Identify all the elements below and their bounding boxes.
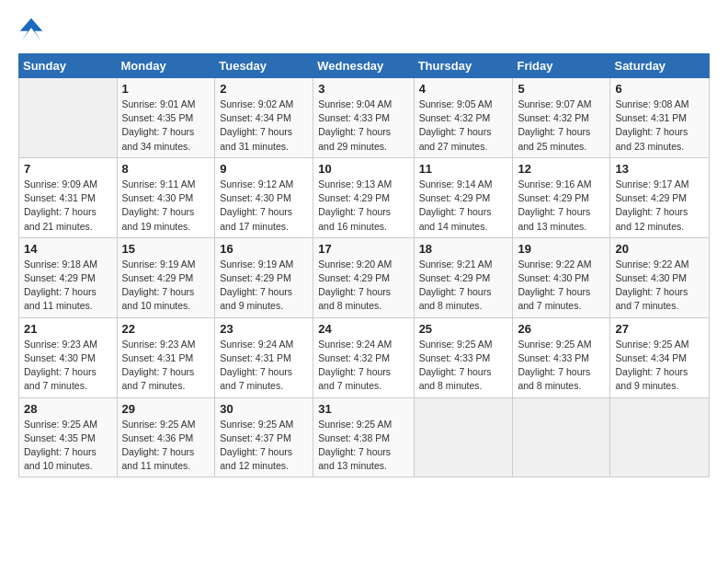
day-info: Sunrise: 9:22 AMSunset: 4:30 PMDaylight:…: [615, 258, 704, 314]
calendar-cell: 13Sunrise: 9:17 AMSunset: 4:29 PMDayligh…: [610, 157, 710, 237]
day-info: Sunrise: 9:18 AMSunset: 4:29 PMDaylight:…: [24, 258, 112, 314]
calendar-cell: 21Sunrise: 9:23 AMSunset: 4:30 PMDayligh…: [19, 317, 118, 397]
day-info: Sunrise: 9:08 AMSunset: 4:31 PMDaylight:…: [615, 98, 704, 154]
calendar-cell: 18Sunrise: 9:21 AMSunset: 4:29 PMDayligh…: [414, 237, 513, 317]
calendar-table: SundayMondayTuesdayWednesdayThursdayFrid…: [18, 53, 710, 477]
logo: [18, 17, 48, 42]
day-info: Sunrise: 9:04 AMSunset: 4:33 PMDaylight:…: [318, 98, 408, 154]
calendar-cell: 30Sunrise: 9:25 AMSunset: 4:37 PMDayligh…: [215, 397, 313, 477]
calendar-cell: [414, 397, 513, 477]
svg-marker-0: [20, 18, 43, 41]
weekday-header: Tuesday: [215, 54, 313, 78]
calendar-week-row: 14Sunrise: 9:18 AMSunset: 4:29 PMDayligh…: [19, 237, 710, 317]
day-number: 6: [615, 82, 704, 96]
calendar-cell: 15Sunrise: 9:19 AMSunset: 4:29 PMDayligh…: [117, 237, 215, 317]
day-info: Sunrise: 9:24 AMSunset: 4:32 PMDaylight:…: [318, 338, 408, 394]
day-info: Sunrise: 9:09 AMSunset: 4:31 PMDaylight:…: [24, 178, 112, 234]
calendar-week-row: 1Sunrise: 9:01 AMSunset: 4:35 PMDaylight…: [19, 78, 710, 158]
day-number: 22: [122, 322, 210, 336]
day-number: 31: [318, 402, 408, 416]
day-number: 14: [24, 242, 112, 256]
day-info: Sunrise: 9:16 AMSunset: 4:29 PMDaylight:…: [518, 178, 605, 234]
weekday-header: Monday: [117, 54, 215, 78]
calendar-cell: 29Sunrise: 9:25 AMSunset: 4:36 PMDayligh…: [117, 397, 215, 477]
day-info: Sunrise: 9:23 AMSunset: 4:30 PMDaylight:…: [24, 338, 112, 394]
day-number: 12: [518, 162, 605, 176]
calendar-cell: 26Sunrise: 9:25 AMSunset: 4:33 PMDayligh…: [513, 317, 610, 397]
calendar-cell: 17Sunrise: 9:20 AMSunset: 4:29 PMDayligh…: [313, 237, 414, 317]
day-info: Sunrise: 9:01 AMSunset: 4:35 PMDaylight:…: [122, 98, 210, 154]
day-info: Sunrise: 9:20 AMSunset: 4:29 PMDaylight:…: [318, 258, 408, 314]
day-number: 21: [24, 322, 112, 336]
day-number: 27: [615, 322, 704, 336]
day-info: Sunrise: 9:22 AMSunset: 4:30 PMDaylight:…: [518, 258, 605, 314]
calendar-cell: 11Sunrise: 9:14 AMSunset: 4:29 PMDayligh…: [414, 157, 513, 237]
day-number: 4: [419, 82, 508, 96]
calendar-week-row: 7Sunrise: 9:09 AMSunset: 4:31 PMDaylight…: [19, 157, 710, 237]
calendar-cell: 31Sunrise: 9:25 AMSunset: 4:38 PMDayligh…: [313, 397, 414, 477]
day-info: Sunrise: 9:25 AMSunset: 4:37 PMDaylight:…: [220, 418, 308, 474]
day-number: 17: [318, 242, 408, 256]
day-number: 3: [318, 82, 408, 96]
calendar-cell: 1Sunrise: 9:01 AMSunset: 4:35 PMDaylight…: [117, 78, 215, 158]
day-number: 30: [220, 402, 308, 416]
calendar-cell: [19, 78, 118, 158]
logo-icon: [18, 17, 44, 42]
calendar-cell: 20Sunrise: 9:22 AMSunset: 4:30 PMDayligh…: [610, 237, 710, 317]
weekday-header: Wednesday: [313, 54, 414, 78]
calendar-cell: [513, 397, 610, 477]
weekday-header: Saturday: [610, 54, 710, 78]
calendar-cell: 16Sunrise: 9:19 AMSunset: 4:29 PMDayligh…: [215, 237, 313, 317]
weekday-header: Sunday: [19, 54, 118, 78]
day-info: Sunrise: 9:25 AMSunset: 4:33 PMDaylight:…: [419, 338, 508, 394]
calendar-cell: 7Sunrise: 9:09 AMSunset: 4:31 PMDaylight…: [19, 157, 118, 237]
page: SundayMondayTuesdayWednesdayThursdayFrid…: [0, 0, 728, 563]
weekday-header: Friday: [513, 54, 610, 78]
header: [18, 17, 710, 42]
calendar-cell: 22Sunrise: 9:23 AMSunset: 4:31 PMDayligh…: [117, 317, 215, 397]
day-info: Sunrise: 9:12 AMSunset: 4:30 PMDaylight:…: [220, 178, 308, 234]
day-info: Sunrise: 9:11 AMSunset: 4:30 PMDaylight:…: [122, 178, 210, 234]
calendar-cell: 2Sunrise: 9:02 AMSunset: 4:34 PMDaylight…: [215, 78, 313, 158]
weekday-header: Thursday: [414, 54, 513, 78]
day-number: 9: [220, 162, 308, 176]
day-number: 26: [518, 322, 605, 336]
day-number: 8: [122, 162, 210, 176]
calendar-cell: 24Sunrise: 9:24 AMSunset: 4:32 PMDayligh…: [313, 317, 414, 397]
calendar-cell: 3Sunrise: 9:04 AMSunset: 4:33 PMDaylight…: [313, 78, 414, 158]
day-number: 23: [220, 322, 308, 336]
day-info: Sunrise: 9:25 AMSunset: 4:34 PMDaylight:…: [615, 338, 704, 394]
calendar-cell: 6Sunrise: 9:08 AMSunset: 4:31 PMDaylight…: [610, 78, 710, 158]
day-number: 5: [518, 82, 605, 96]
calendar-cell: 27Sunrise: 9:25 AMSunset: 4:34 PMDayligh…: [610, 317, 710, 397]
day-info: Sunrise: 9:25 AMSunset: 4:33 PMDaylight:…: [518, 338, 605, 394]
day-number: 13: [615, 162, 704, 176]
day-number: 29: [122, 402, 210, 416]
day-number: 15: [122, 242, 210, 256]
day-info: Sunrise: 9:05 AMSunset: 4:32 PMDaylight:…: [419, 98, 508, 154]
calendar-week-row: 28Sunrise: 9:25 AMSunset: 4:35 PMDayligh…: [19, 397, 710, 477]
day-number: 28: [24, 402, 112, 416]
calendar-cell: [610, 397, 710, 477]
day-info: Sunrise: 9:19 AMSunset: 4:29 PMDaylight:…: [220, 258, 308, 314]
calendar-cell: 10Sunrise: 9:13 AMSunset: 4:29 PMDayligh…: [313, 157, 414, 237]
day-number: 10: [318, 162, 408, 176]
calendar-week-row: 21Sunrise: 9:23 AMSunset: 4:30 PMDayligh…: [19, 317, 710, 397]
day-number: 7: [24, 162, 112, 176]
day-number: 11: [419, 162, 508, 176]
day-number: 1: [122, 82, 210, 96]
day-info: Sunrise: 9:23 AMSunset: 4:31 PMDaylight:…: [122, 338, 210, 394]
day-info: Sunrise: 9:07 AMSunset: 4:32 PMDaylight:…: [518, 98, 605, 154]
day-info: Sunrise: 9:14 AMSunset: 4:29 PMDaylight:…: [419, 178, 508, 234]
day-number: 19: [518, 242, 605, 256]
calendar-header-row: SundayMondayTuesdayWednesdayThursdayFrid…: [19, 54, 710, 78]
day-info: Sunrise: 9:21 AMSunset: 4:29 PMDaylight:…: [419, 258, 508, 314]
day-info: Sunrise: 9:25 AMSunset: 4:38 PMDaylight:…: [318, 418, 408, 474]
calendar-cell: 5Sunrise: 9:07 AMSunset: 4:32 PMDaylight…: [513, 78, 610, 158]
day-info: Sunrise: 9:19 AMSunset: 4:29 PMDaylight:…: [122, 258, 210, 314]
day-info: Sunrise: 9:25 AMSunset: 4:36 PMDaylight:…: [122, 418, 210, 474]
day-number: 25: [419, 322, 508, 336]
calendar-cell: 12Sunrise: 9:16 AMSunset: 4:29 PMDayligh…: [513, 157, 610, 237]
day-number: 2: [220, 82, 308, 96]
day-info: Sunrise: 9:13 AMSunset: 4:29 PMDaylight:…: [318, 178, 408, 234]
